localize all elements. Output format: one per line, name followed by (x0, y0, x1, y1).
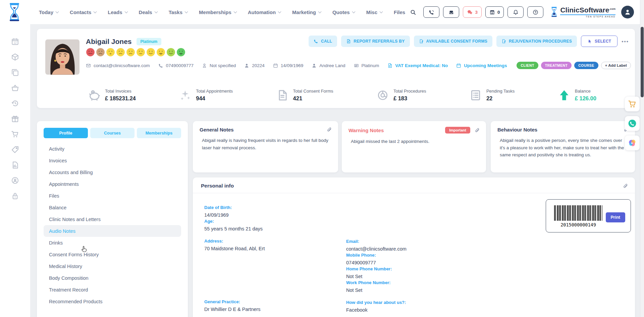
tag-treatment[interactable]: TREATMENT (541, 62, 572, 69)
sidebar-item-files[interactable]: Files (44, 190, 181, 202)
paperclip-icon[interactable] (474, 127, 480, 133)
more-options-button[interactable]: ••• (622, 39, 629, 44)
donut-chart-icon (377, 89, 389, 101)
package-icon[interactable] (11, 53, 19, 61)
mood-emoji-10-grin[interactable] (176, 48, 185, 57)
field-age: Age:55 years 5 months 21 days (204, 219, 345, 232)
paperclip-icon[interactable] (623, 183, 628, 189)
brand-logo[interactable]: ClinicSoftware.com TEN STEPS AHEAD (550, 6, 615, 18)
sidebar-item-recommended-products[interactable]: Recommended Products (44, 296, 181, 307)
nav-item-leads[interactable]: Leads (108, 9, 127, 15)
sidebar-item-invoices[interactable]: Invoices (44, 155, 181, 166)
stat-total-consent-forms: Total Consent Forms421 (276, 89, 333, 102)
envelope-icon (86, 63, 91, 68)
sidebar-item-clinic-notes-and-letters[interactable]: Clinic Notes and Letters (44, 213, 181, 225)
nav-item-memberships[interactable]: Memberships (199, 9, 236, 15)
mood-emoji-6-neutral[interactable] (136, 48, 145, 57)
sidebar-item-audio-notes[interactable]: Audio Notes (44, 225, 181, 237)
sidebar-item-treatment-record[interactable]: Treatment Record (44, 284, 181, 296)
mood-emoji-1-grimace[interactable] (86, 48, 95, 57)
mood-emoji-9-smile[interactable] (166, 48, 175, 57)
cart-icon[interactable] (11, 130, 19, 138)
select-button[interactable]: SELECT (581, 36, 618, 47)
inbox-button[interactable] (443, 6, 459, 18)
mood-emoji-2-frown[interactable] (96, 48, 105, 57)
print-button[interactable]: Print (606, 212, 625, 222)
nav-item-deals[interactable]: Deals (139, 9, 157, 15)
lock-icon[interactable] (11, 192, 19, 200)
user-avatar[interactable] (621, 6, 634, 18)
available-consent-forms-button[interactable]: AVAILABLE CONSENT FORMS (414, 36, 492, 47)
report-icon[interactable] (11, 161, 19, 169)
gift-icon[interactable] (11, 115, 19, 123)
mood-emoji-3-frown-open[interactable] (106, 48, 115, 57)
calendar-date-icon[interactable]: 12 (11, 38, 19, 46)
tab-profile[interactable]: Profile (44, 128, 88, 138)
nav-item-quotes[interactable]: Quotes (332, 9, 355, 15)
tag-course[interactable]: COURSE (574, 62, 598, 69)
tag-icon[interactable] (11, 146, 19, 154)
calls-button[interactable] (423, 6, 439, 18)
personal-info-card: Personal info Date of Birth:14/09/1969Ag… (193, 177, 635, 317)
tab-memberships[interactable]: Memberships (137, 128, 181, 138)
warning-notes-card: Warning Notes Important Abigail missed t… (342, 121, 486, 172)
sidebar-item-drinks[interactable]: Drinks (44, 237, 181, 249)
store-button[interactable]: 0 (485, 6, 504, 18)
svg-text:AI: AI (631, 142, 633, 145)
sidebar-item-accounts-and-billing[interactable]: Accounts and Billing (44, 166, 181, 178)
help-button[interactable] (527, 6, 543, 18)
mood-emoji-7-smile[interactable] (146, 48, 155, 57)
sidebar-item-balance[interactable]: Balance (44, 202, 181, 213)
search-button[interactable] (410, 8, 418, 16)
support-icon[interactable] (11, 176, 19, 184)
important-badge: Important (445, 127, 470, 134)
svg-text:12: 12 (13, 41, 17, 44)
profile-side-panel: ProfileCoursesMemberships ActivityInvoic… (37, 121, 188, 317)
rejuvenation-procedures-button[interactable]: REJUVENATION PROCEDURES (496, 36, 577, 47)
basket-icon[interactable] (11, 84, 19, 92)
tier-badge: Platinum (137, 38, 162, 45)
ai-widget[interactable]: AI (625, 136, 640, 150)
contact-contact-clinicsoftware-com: contact@clinicsoftware.com (86, 63, 150, 68)
warning-notes-title: Warning Notes (348, 127, 384, 133)
notifications-button[interactable] (507, 6, 524, 18)
scrollbar-thumb[interactable] (641, 27, 644, 97)
nav-item-marketing[interactable]: Marketing (292, 9, 321, 15)
mood-emoji-5-slight-frown[interactable] (126, 48, 135, 57)
mood-emoji-4-slight-frown[interactable] (116, 48, 125, 57)
sidebar-item-medical-history[interactable]: Medical History (44, 260, 181, 272)
nav-item-misc[interactable]: Misc (366, 9, 382, 15)
sidebar-item-activity[interactable]: Activity (44, 143, 181, 155)
sidebar-item-body-composition[interactable]: Body Composition (44, 272, 181, 284)
calendar-icon (273, 63, 278, 68)
messages-button[interactable]: 3 (463, 6, 482, 18)
nav-item-files[interactable]: Files (394, 9, 405, 15)
sidebar-item-appointments[interactable]: Appointments (44, 178, 181, 190)
basket-widget[interactable] (625, 97, 640, 111)
history-icon[interactable] (11, 99, 19, 107)
page-scrollbar[interactable] (640, 0, 644, 317)
tab-courses[interactable]: Courses (90, 128, 135, 138)
field-date-of-birth: Date of Birth:14/09/1969 (204, 205, 345, 218)
add-label-button[interactable]: + Add Label (601, 62, 631, 69)
nav-item-tasks[interactable]: Tasks (169, 9, 187, 15)
mood-emoji-8-grin[interactable] (156, 48, 165, 57)
paperclip-icon[interactable] (326, 127, 332, 133)
cart-icon (628, 100, 637, 108)
tag-client[interactable]: CLIENT (517, 62, 538, 69)
nav-item-automation[interactable]: Automation (248, 9, 281, 15)
contact-upcoming-meetings[interactable]: Upcoming Meetings (456, 63, 507, 68)
nav-item-contacts[interactable]: Contacts (70, 9, 96, 15)
stat-total-invoices: Total Invoices£ 185231.24 (88, 89, 136, 102)
floating-widgets: AI (625, 97, 640, 150)
app-logo-hourglass-icon[interactable] (7, 3, 21, 21)
sidebar-item-consent-forms-history[interactable]: Consent Forms History (44, 249, 181, 260)
call-widget[interactable] (625, 116, 640, 131)
contact-vat-exempt-medical-no[interactable]: VAT Exempt Medical: No (387, 63, 448, 68)
report-referrals-by-button[interactable]: REPORT REFERRALS BY (341, 36, 410, 47)
copy-icon[interactable] (11, 68, 19, 76)
warning-notes-body: Abigail missed the last 2 appointments. (342, 134, 486, 145)
nav-item-today[interactable]: Today (39, 9, 58, 15)
call-button[interactable]: CALL (309, 36, 337, 47)
help-icon (533, 9, 538, 15)
